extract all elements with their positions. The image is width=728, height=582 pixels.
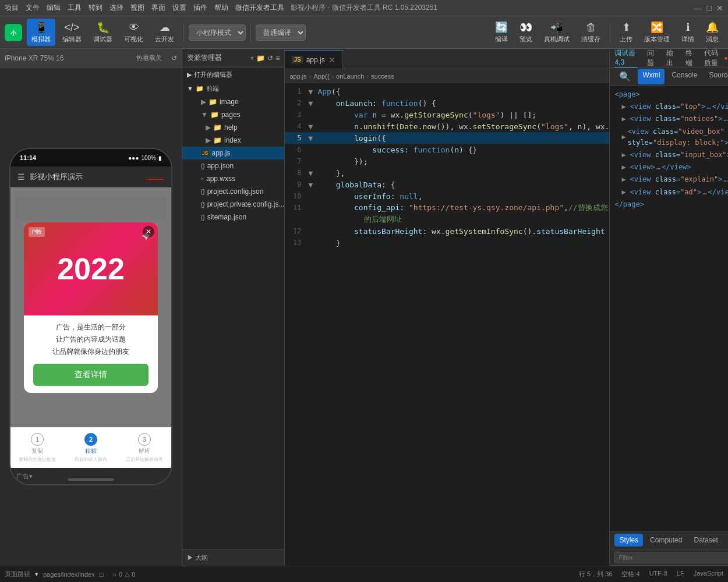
file-item-projectprivate[interactable]: {} project.private.config.js... [182, 198, 284, 211]
file-item-projectconfig[interactable]: {} project.config.json [182, 185, 284, 198]
app-nav-link[interactable]: — — — [146, 174, 164, 180]
file-item-appjs[interactable]: JS app.js [182, 147, 284, 159]
style-tab-component-data[interactable]: Component Data [725, 530, 728, 551]
wxml-line-explain[interactable]: ▶ <view class="explain"> … </view> [614, 173, 728, 186]
opened-editors-section[interactable]: ▶ 打开的编辑器 [182, 68, 284, 81]
wxml-line-close-page[interactable]: </page> [614, 198, 728, 211]
path-label: 页面路径 [5, 570, 30, 579]
tab-appjs[interactable]: JS app.js ✕ [285, 50, 342, 69]
tool-tab-wxml[interactable]: Wxml [638, 69, 665, 84]
menu-file[interactable]: 文件 [26, 3, 40, 13]
tool-tab-inspector[interactable]: 🔍 [614, 69, 635, 84]
collapse-explorer-icon[interactable]: ≡ [275, 54, 280, 62]
ad-bottom-label: 广告▾ [10, 468, 171, 484]
message-button[interactable]: 🔔 消息 [701, 19, 723, 46]
menu-bar[interactable]: 项目 文件 编辑 工具 转到 选择 视图 界面 设置 插件 帮助 微信开发者工具 [5, 3, 284, 13]
line-num-10: 10 [285, 192, 308, 200]
filter-input[interactable] [614, 552, 728, 563]
app-menu-icon: ☰ [17, 172, 25, 182]
menu-devtools[interactable]: 微信开发者工具 [235, 3, 284, 13]
simulator-button[interactable]: 📱 模拟器 [27, 19, 55, 46]
menu-view[interactable]: 视图 [130, 3, 144, 13]
menu-select[interactable]: 选择 [109, 3, 123, 13]
menu-project[interactable]: 项目 [5, 3, 19, 13]
file-item-index-folder[interactable]: ▶ 📁 index [182, 134, 284, 147]
outline-label: ▶ 大纲 [187, 553, 208, 562]
editor-button[interactable]: </> 编辑器 [58, 19, 86, 46]
nav-item-paste[interactable]: 2 粘贴 粘贴到你人脉内 [64, 428, 118, 468]
close-button[interactable]: ✕ [716, 3, 723, 13]
file-item-pages[interactable]: ▼ 📁 pages [182, 108, 284, 121]
mode-select[interactable]: 小程序模式 [189, 24, 246, 41]
refresh-icon[interactable]: ↺ [171, 54, 177, 62]
style-tab-computed[interactable]: Computed [645, 534, 687, 546]
wxml-tag: <view class="ad"> [630, 187, 701, 198]
wxml-line-notices[interactable]: ▶ <view class="notices"> … </view> [614, 113, 728, 125]
devtools-tab-terminal[interactable]: 终端 [685, 48, 695, 68]
file-item-help[interactable]: ▶ 📁 help [182, 121, 284, 134]
new-file-icon[interactable]: + [250, 54, 254, 62]
devtools-tab-output[interactable]: 输出 [666, 48, 676, 68]
minimize-button[interactable]: — [694, 3, 702, 13]
compile-button[interactable]: 🔄 编译 [490, 19, 513, 46]
tab-close-icon[interactable]: ✕ [328, 55, 335, 65]
clear-cache-button[interactable]: 🗑 清缓存 [577, 19, 605, 46]
file-explorer-actions[interactable]: + 📁 ↺ ≡ [250, 54, 280, 62]
tool-tab-sources[interactable]: Sources [704, 69, 728, 84]
visual-button[interactable]: 👁 可视化 [119, 19, 148, 46]
cloud-button[interactable]: ☁ 云开发 [150, 19, 179, 46]
style-tab-dataset[interactable]: Dataset [689, 534, 722, 546]
menu-tools[interactable]: 工具 [68, 3, 82, 13]
file-item-appjson[interactable]: {} app.json [182, 159, 284, 172]
outline-section[interactable]: ▶ 大纲 [182, 549, 284, 566]
root-folder-section[interactable]: ▼ 📁 前端 [182, 81, 284, 95]
wxml-line-view[interactable]: ▶ <view> … </view> [614, 161, 728, 173]
refresh-explorer-icon[interactable]: ↺ [267, 54, 273, 62]
wxml-line-ad[interactable]: ▶ <view class="ad"> … </view> [614, 186, 728, 198]
tool-tab-console[interactable]: Console [667, 69, 702, 84]
new-folder-icon[interactable]: 📁 [256, 54, 265, 62]
toolbar-separator2 [250, 23, 251, 42]
upload-button[interactable]: ⬆ 上传 [615, 19, 637, 46]
debug-button[interactable]: 🐛 调试器 [89, 19, 117, 46]
nav-circle-1: 1 [31, 433, 44, 446]
menu-interface[interactable]: 界面 [151, 3, 165, 13]
menu-help[interactable]: 帮助 [214, 3, 228, 13]
wxml-tag: <page> [614, 89, 639, 100]
menu-settings[interactable]: 设置 [172, 3, 186, 13]
file-type-icon: {} [201, 201, 205, 208]
hotreload-toggle[interactable]: 热重载关 [136, 54, 162, 62]
devtools-tab-codequality[interactable]: 代码质量 [704, 48, 724, 68]
wxml-line-video[interactable]: ▶ <view class="video_box" style="display… [614, 126, 728, 149]
file-item-image[interactable]: ▶ 📁 image [182, 95, 284, 108]
nav-item-parse[interactable]: 3 解析 点击开始解析所可 [118, 428, 171, 468]
maximize-button[interactable]: □ [707, 3, 712, 13]
editor-icon: </> [64, 22, 79, 34]
wxml-tag: <view class="top"> [630, 101, 705, 112]
window-controls[interactable]: — □ ✕ [694, 3, 723, 13]
menu-goto[interactable]: 转到 [89, 3, 103, 13]
nav-item-copy[interactable]: 1 复制 复制你的地址链接 [10, 428, 64, 468]
line-content-7: }); [317, 157, 609, 166]
wxml-line-inputbox[interactable]: ▶ <view class="input_box"> … </view> [614, 149, 728, 161]
wxml-line-page[interactable]: <page> [614, 88, 728, 101]
code-area[interactable]: 1 ▼ App({ 2 ▼ onLaunch: function() { 3 v… [285, 83, 609, 566]
ad-detail-button[interactable]: 查看详情 [33, 364, 149, 386]
menu-plugin[interactable]: 插件 [193, 3, 207, 13]
detail-button[interactable]: ℹ 详情 [677, 19, 699, 46]
compile-select[interactable]: 普通编译 [256, 24, 306, 41]
ad-close-button[interactable]: ✕ [143, 226, 154, 237]
version-button[interactable]: 🔀 版本管理 [639, 19, 674, 46]
compile-icon: 🔄 [495, 21, 508, 34]
file-item-sitemap[interactable]: {} sitemap.json [182, 211, 284, 223]
style-tab-styles[interactable]: Styles [614, 534, 643, 546]
real-debug-button[interactable]: 📲 真机调试 [539, 19, 574, 46]
devtools-tab-issue[interactable]: 问题 [647, 48, 657, 68]
nav-label-copy: 复制 [31, 447, 43, 455]
open-page-icon[interactable]: □ [100, 571, 104, 578]
devtools-tab-debugger[interactable]: 调试器 4,3 [614, 48, 637, 68]
preview-button[interactable]: 👀 预览 [515, 19, 537, 46]
file-item-appwxss[interactable]: ≈ app.wxss [182, 172, 284, 185]
menu-edit[interactable]: 编辑 [47, 3, 61, 13]
wxml-line-top[interactable]: ▶ <view class="top"> … </view> [614, 101, 728, 113]
